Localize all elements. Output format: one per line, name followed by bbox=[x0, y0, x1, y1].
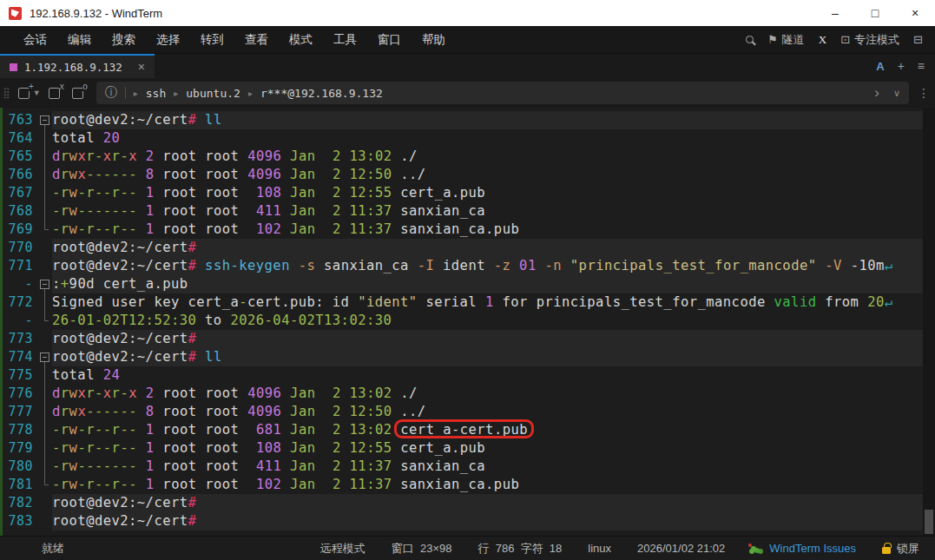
x-tool-button[interactable]: X bbox=[819, 33, 826, 47]
terminal-row: 778-rw-r--r-- 1 root root 681 Jan 2 13:0… bbox=[0, 421, 935, 439]
menu-item-0[interactable]: 会话 bbox=[13, 26, 57, 54]
menu-item-2[interactable]: 搜索 bbox=[102, 26, 146, 54]
fold-end bbox=[38, 221, 52, 239]
close-button[interactable]: × bbox=[895, 0, 935, 26]
layout-icon[interactable]: ⊟ bbox=[913, 33, 923, 46]
fold-line bbox=[38, 439, 52, 458]
terminal-row: 766drwx------ 8 root root 4096 Jan 2 12:… bbox=[0, 166, 935, 184]
separator bbox=[125, 87, 126, 99]
scrollbar-thumb[interactable] bbox=[925, 510, 933, 534]
fold-marker[interactable] bbox=[38, 275, 52, 293]
fold-gutter bbox=[38, 257, 52, 275]
focus-mode-button[interactable]: ⊡ 专注模式 bbox=[840, 32, 899, 48]
terminal-text: -rw-r--r-- 1 root root 102 Jan 2 11:37 s… bbox=[52, 221, 935, 239]
terminal-scrollbar[interactable] bbox=[923, 108, 935, 536]
status-cursor-position[interactable]: 行 786 字符 18 bbox=[478, 541, 563, 557]
fold-marker[interactable] bbox=[38, 348, 52, 366]
status-bar: 就绪 远程模式 窗口 23×98 行 786 字符 18 linux 2026/… bbox=[0, 536, 935, 560]
menu-item-6[interactable]: 模式 bbox=[279, 26, 323, 54]
breadcrumb-segment-0[interactable]: ssh bbox=[146, 87, 166, 100]
line-number: 771 bbox=[0, 257, 38, 275]
status-window-size[interactable]: 窗口 23×98 bbox=[392, 541, 452, 557]
terminal-row: 767-rw-r--r-- 1 root root 108 Jan 2 12:5… bbox=[0, 184, 935, 202]
focus-mode-icon: ⊡ bbox=[840, 33, 850, 46]
line-number: 783 bbox=[0, 512, 38, 530]
line-number: 763 bbox=[0, 111, 38, 129]
fold-line bbox=[38, 403, 52, 421]
close-session-button[interactable]: x bbox=[49, 88, 60, 99]
terminal-text: -rw-r--r-- 1 root root 108 Jan 2 12:55 c… bbox=[52, 439, 935, 458]
info-icon[interactable]: ⓘ bbox=[105, 85, 117, 101]
fold-marker[interactable] bbox=[38, 111, 52, 129]
tab-session[interactable]: 1.192.168.9.132 × bbox=[0, 54, 155, 78]
terminal-row: 776drwxr-xr-x 2 root root 4096 Jan 2 13:… bbox=[0, 385, 935, 403]
windterm-issues-link[interactable]: WindTerm Issues bbox=[751, 542, 856, 555]
line-number: 778 bbox=[0, 421, 38, 439]
drag-handle-icon[interactable]: ⣿ bbox=[3, 87, 9, 99]
reopen-session-button[interactable]: o bbox=[72, 88, 83, 99]
menu-item-7[interactable]: 工具 bbox=[323, 26, 367, 54]
terminal-row: 765drwxr-xr-x 2 root root 4096 Jan 2 13:… bbox=[0, 148, 935, 166]
menu-item-4[interactable]: 转到 bbox=[190, 26, 234, 54]
breadcrumb-dropdown-icon[interactable]: ∨ bbox=[893, 88, 900, 99]
fold-line bbox=[38, 166, 52, 184]
status-datetime: 2026/01/02 21:02 bbox=[637, 542, 725, 555]
new-session-dropdown-icon[interactable]: ▼ bbox=[33, 89, 41, 97]
line-number: - bbox=[0, 312, 38, 330]
terminal-text: 26-01-02T12:52:30 to 2026-04-02T13:02:30 bbox=[52, 312, 935, 330]
breadcrumb-segment-2[interactable]: r***@192.168.9.132 bbox=[260, 87, 383, 100]
terminal-text: drwx------ 8 root root 4096 Jan 2 12:50 … bbox=[52, 403, 935, 421]
terminal-row: 769-rw-r--r-- 1 root root 102 Jan 2 11:3… bbox=[0, 221, 935, 239]
new-tab-button[interactable]: + bbox=[898, 59, 905, 73]
terminal-text: total 24 bbox=[52, 366, 935, 385]
highlighted-filename: cert_a-cert.pub bbox=[400, 422, 528, 438]
line-number: 782 bbox=[0, 494, 38, 512]
line-number: 776 bbox=[0, 385, 38, 403]
terminal-area[interactable]: 763root@dev2:~/cert# ll764total 20765drw… bbox=[0, 108, 935, 536]
worm-icon bbox=[751, 546, 756, 551]
fold-line bbox=[38, 129, 52, 148]
menu-item-8[interactable]: 窗口 bbox=[367, 26, 412, 54]
address-breadcrumb[interactable]: ⓘ ▸ssh▸ubuntu.2▸r***@192.168.9.132 › ∨ bbox=[96, 82, 909, 104]
run-chevron-icon[interactable]: › bbox=[874, 84, 879, 102]
terminal-text: :+90d cert_a.pub bbox=[52, 275, 935, 293]
terminal-row: 780-rw------- 1 root root 411 Jan 2 11:3… bbox=[0, 458, 935, 476]
terminal-row: -26-01-02T12:52:30 to 2026-04-02T13:02:3… bbox=[0, 312, 935, 330]
menu-item-9[interactable]: 帮助 bbox=[412, 26, 456, 54]
fold-line bbox=[38, 293, 52, 312]
font-size-button[interactable]: A bbox=[876, 60, 884, 73]
change-bar bbox=[0, 108, 3, 536]
terminal-row: 770root@dev2:~/cert# bbox=[0, 239, 935, 257]
tunnel-icon: ⚑ bbox=[767, 33, 778, 46]
fold-line bbox=[38, 421, 52, 439]
menu-item-5[interactable]: 查看 bbox=[234, 26, 279, 54]
tab-close-icon[interactable]: × bbox=[135, 60, 148, 74]
status-remote-mode[interactable]: 远程模式 bbox=[320, 541, 365, 557]
fold-line bbox=[38, 366, 52, 385]
lock-icon bbox=[882, 547, 891, 554]
breadcrumb-arrow-icon: ▸ bbox=[248, 89, 253, 98]
minimize-button[interactable]: – bbox=[815, 0, 855, 26]
terminal-text: drwxr-xr-x 2 root root 4096 Jan 2 13:02 … bbox=[52, 148, 935, 166]
toolbar: ⣿ + ▼ x o ⓘ ▸ssh▸ubuntu.2▸r***@192.168.9… bbox=[0, 78, 935, 108]
menu-item-1[interactable]: 编辑 bbox=[57, 26, 102, 54]
fold-line bbox=[38, 148, 52, 166]
terminal-text: -rw-r--r-- 1 root root 102 Jan 2 11:37 s… bbox=[52, 476, 935, 494]
status-os[interactable]: linux bbox=[588, 542, 611, 555]
search-icon[interactable] bbox=[746, 36, 754, 43]
maximize-button[interactable]: □ bbox=[855, 0, 895, 26]
fold-line bbox=[38, 202, 52, 221]
toolbar-more-icon[interactable]: ⋮ bbox=[918, 86, 930, 100]
menu-item-3[interactable]: 选择 bbox=[146, 26, 190, 54]
new-session-button[interactable]: + bbox=[18, 88, 30, 99]
terminal-text: root@dev2:~/cert# bbox=[52, 239, 935, 257]
terminal-text: drwxr-xr-x 2 root root 4096 Jan 2 13:02 … bbox=[52, 385, 935, 403]
tunnel-button[interactable]: ⚑ 隧道 bbox=[767, 32, 805, 48]
menu-bar: 会话编辑搜索选择转到查看模式工具窗口帮助 ⚑ 隧道 X ⊡ 专注模式 ⊟ bbox=[0, 26, 935, 54]
windterm-window: 192.168.9.132 - WindTerm – □ × 会话编辑搜索选择转… bbox=[0, 0, 935, 560]
tab-list-icon[interactable]: ≡ bbox=[918, 59, 925, 73]
terminal-row: 772Signed user key cert_a-cert.pub: id "… bbox=[0, 293, 935, 312]
fold-gutter bbox=[38, 239, 52, 257]
breadcrumb-segment-1[interactable]: ubuntu.2 bbox=[186, 87, 240, 100]
lock-screen-button[interactable]: 锁屏 bbox=[882, 541, 919, 557]
